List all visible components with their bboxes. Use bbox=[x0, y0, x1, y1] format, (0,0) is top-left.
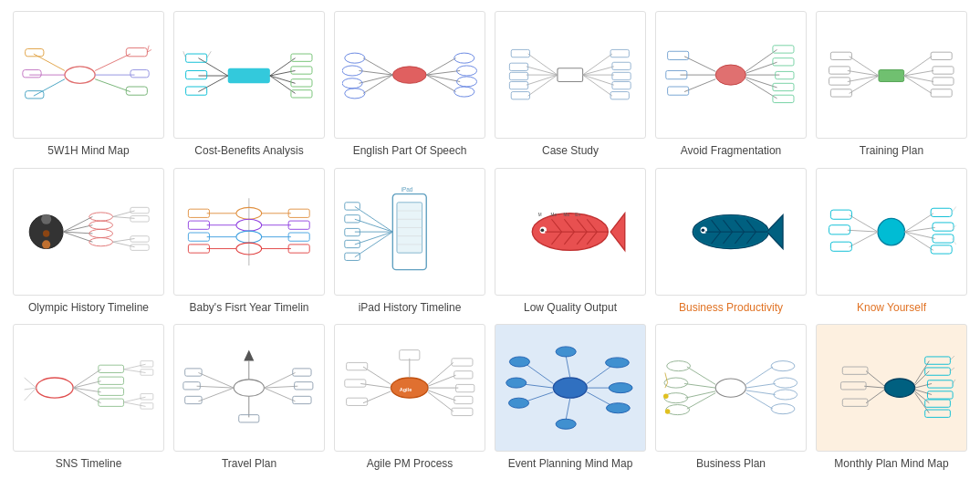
card-cost-benefits[interactable]: Cost-Benefits Analysis bbox=[173, 11, 325, 159]
svg-rect-68 bbox=[612, 81, 631, 89]
svg-line-237 bbox=[199, 388, 235, 401]
svg-rect-239 bbox=[183, 382, 200, 390]
svg-line-108 bbox=[63, 216, 92, 232]
card-avoid-frag[interactable]: Avoid Fragmentation bbox=[655, 11, 807, 159]
svg-point-40 bbox=[345, 89, 365, 99]
card-travel-plan[interactable]: Travel Plan bbox=[173, 324, 325, 472]
svg-line-213 bbox=[73, 370, 100, 388]
svg-rect-238 bbox=[185, 369, 202, 376]
svg-line-73 bbox=[684, 79, 715, 92]
svg-line-195 bbox=[850, 214, 878, 231]
card-agile-pm[interactable]: Agile Agile PM Process bbox=[334, 324, 485, 472]
svg-line-296 bbox=[746, 384, 776, 389]
card-olympic[interactable]: Olympic History Timeline bbox=[13, 168, 164, 316]
svg-point-107 bbox=[42, 240, 50, 248]
card-sns-timeline[interactable]: SNS Timeline bbox=[13, 324, 164, 472]
svg-rect-86 bbox=[773, 95, 794, 102]
svg-rect-49 bbox=[558, 68, 583, 82]
svg-line-231 bbox=[25, 388, 36, 401]
svg-rect-262 bbox=[452, 359, 473, 366]
svg-rect-57 bbox=[510, 72, 528, 79]
card-low-quality[interactable]: M Me Ma En Low Quality Output bbox=[495, 168, 646, 316]
svg-line-61 bbox=[583, 67, 614, 75]
svg-point-166 bbox=[541, 228, 545, 232]
svg-rect-93 bbox=[829, 67, 850, 74]
card-event-planning[interactable]: Event Planning Mind Map bbox=[495, 324, 646, 472]
card-training-plan[interactable]: Training Plan bbox=[816, 11, 967, 159]
thumb-sns-timeline bbox=[13, 324, 164, 452]
label-business-prod: Business Productivity bbox=[679, 301, 783, 316]
svg-rect-65 bbox=[610, 49, 629, 57]
svg-line-89 bbox=[848, 70, 879, 76]
svg-rect-121 bbox=[130, 215, 149, 221]
svg-rect-101 bbox=[933, 67, 954, 74]
svg-line-77 bbox=[746, 49, 777, 71]
svg-line-196 bbox=[848, 230, 878, 232]
svg-marker-233 bbox=[244, 350, 254, 361]
svg-point-282 bbox=[556, 419, 576, 429]
label-agile-pm: Agile PM Process bbox=[367, 457, 454, 472]
svg-rect-55 bbox=[511, 49, 529, 57]
card-business-plan[interactable]: Business Plan bbox=[655, 324, 807, 472]
svg-line-297 bbox=[746, 391, 776, 395]
card-english-pos[interactable]: English Part Of Speech bbox=[334, 11, 485, 159]
svg-line-54 bbox=[528, 75, 558, 96]
svg-rect-59 bbox=[511, 91, 529, 99]
svg-rect-244 bbox=[293, 369, 311, 376]
card-babys-first[interactable]: Baby's Fisrt Year Timelin bbox=[173, 168, 325, 316]
svg-line-36 bbox=[363, 75, 392, 93]
thumb-5w1h bbox=[13, 11, 164, 139]
svg-line-150 bbox=[355, 232, 393, 257]
svg-line-33 bbox=[363, 58, 392, 75]
svg-line-320 bbox=[951, 356, 955, 360]
svg-rect-206 bbox=[933, 222, 954, 230]
card-ipad-history[interactable]: iPad iPad History Timeline bbox=[334, 168, 485, 316]
card-case-study[interactable]: Case Study bbox=[495, 11, 646, 159]
svg-line-53 bbox=[526, 75, 558, 85]
svg-point-302 bbox=[771, 404, 795, 414]
svg-rect-319 bbox=[925, 410, 951, 417]
label-business-plan: Business Plan bbox=[696, 457, 766, 472]
svg-line-109 bbox=[63, 224, 92, 231]
svg-line-81 bbox=[746, 79, 777, 99]
svg-point-300 bbox=[774, 378, 798, 388]
svg-line-42 bbox=[426, 70, 460, 75]
svg-rect-245 bbox=[295, 382, 313, 390]
template-gallery: 5W1H Mind Map bbox=[0, 0, 980, 483]
svg-rect-83 bbox=[773, 58, 794, 66]
svg-point-286 bbox=[715, 379, 745, 397]
svg-rect-27 bbox=[291, 67, 312, 74]
svg-line-325 bbox=[866, 390, 884, 403]
card-know-yourself[interactable]: Know Yourself bbox=[816, 168, 967, 316]
svg-point-280 bbox=[509, 398, 529, 408]
svg-line-235 bbox=[199, 373, 235, 389]
card-monthly-plan[interactable]: Monthly Plan Mind Map bbox=[816, 324, 967, 472]
svg-point-283 bbox=[606, 358, 630, 368]
thumb-cost-benefits bbox=[173, 11, 325, 139]
thumb-avoid-frag bbox=[655, 11, 807, 139]
label-low-quality: Low Quality Output bbox=[524, 301, 617, 316]
svg-rect-328 bbox=[842, 399, 868, 406]
svg-point-32 bbox=[393, 67, 427, 83]
svg-line-197 bbox=[850, 232, 878, 247]
svg-rect-317 bbox=[928, 391, 954, 399]
svg-rect-240 bbox=[185, 396, 202, 403]
thumb-monthly-plan bbox=[816, 324, 967, 452]
svg-rect-227 bbox=[141, 394, 153, 400]
svg-text:Ma: Ma bbox=[564, 213, 570, 217]
svg-line-290 bbox=[687, 393, 715, 410]
svg-rect-142 bbox=[288, 221, 309, 229]
label-know-yourself: Know Yourself bbox=[857, 301, 926, 316]
svg-rect-200 bbox=[831, 242, 852, 251]
svg-text:iPad: iPad bbox=[401, 185, 413, 192]
card-business-prod[interactable]: Business Productivity bbox=[655, 168, 807, 316]
card-5w1h[interactable]: 5W1H Mind Map bbox=[13, 11, 164, 159]
svg-rect-198 bbox=[831, 210, 852, 219]
svg-rect-92 bbox=[831, 52, 852, 59]
svg-line-236 bbox=[197, 386, 235, 388]
svg-line-146 bbox=[355, 206, 393, 232]
svg-point-70 bbox=[715, 65, 745, 85]
label-event-planning: Event Planning Mind Map bbox=[508, 457, 633, 472]
svg-line-117 bbox=[113, 216, 135, 218]
svg-text:M: M bbox=[538, 213, 542, 217]
